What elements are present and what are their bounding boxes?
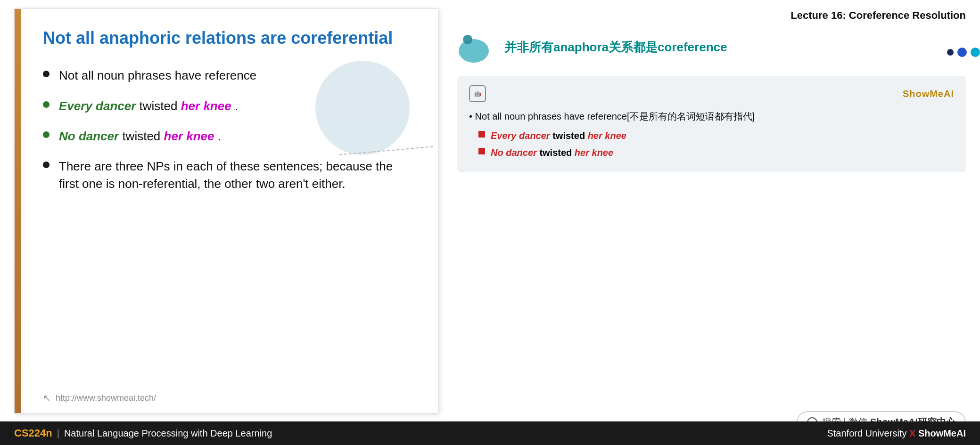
twisted-text-1: twisted bbox=[140, 99, 181, 113]
chinese-title-text: 并非所有anaphora关系都是coreference bbox=[504, 40, 727, 56]
bullet-dot-green-2 bbox=[43, 131, 49, 138]
circle-decoration bbox=[315, 61, 410, 155]
showmeai-brand: ShowMeAI bbox=[903, 89, 954, 99]
list-item: No dancer twisted her knee bbox=[478, 146, 954, 159]
card-sub-text-2: No dancer twisted her knee bbox=[491, 146, 613, 159]
card-bullet-1: • Not all noun phrases have reference[不是… bbox=[469, 109, 954, 123]
showmeai-bottom: ShowMeAI bbox=[918, 428, 966, 438]
slide-left-bar bbox=[15, 9, 21, 413]
red-square-1 bbox=[478, 131, 485, 138]
dot-blue bbox=[957, 48, 967, 57]
x-mark: X bbox=[909, 428, 918, 438]
slide-panel: Not all anaphoric relations are corefere… bbox=[14, 8, 438, 413]
chinese-title-area: 并非所有anaphora关系都是coreference bbox=[457, 31, 966, 64]
bullet-dot-4 bbox=[43, 162, 49, 168]
main-content: Not all anaphoric relations are corefere… bbox=[0, 0, 980, 421]
ai-icon: 🤖 bbox=[469, 85, 486, 102]
bullet-dot bbox=[43, 71, 49, 77]
bottom-left: CS224n | Natural Language Processing wit… bbox=[14, 427, 272, 439]
twisted-card-2: twisted bbox=[539, 147, 574, 158]
dots-area bbox=[947, 48, 980, 57]
lecture-header: Lecture 16: Coreference Resolution bbox=[457, 9, 966, 22]
her-knee-text-1: her knee bbox=[181, 99, 231, 113]
ai-icon-label: 🤖 bbox=[474, 90, 481, 97]
list-item: There are three NPs in each of these sen… bbox=[43, 158, 414, 192]
list-item: Every dancer twisted her knee bbox=[478, 129, 954, 142]
her-knee-text-2: her knee bbox=[164, 129, 214, 143]
cursor-icon: ↖ bbox=[43, 392, 51, 404]
bullet-text-1: Not all noun phrases have reference bbox=[59, 67, 256, 84]
dot-dark bbox=[947, 49, 954, 56]
bottom-right: Stanford University X ShowMeAI bbox=[827, 428, 966, 439]
red-square-2 bbox=[478, 148, 485, 154]
her-knee-card-2: her knee bbox=[575, 147, 613, 158]
no-dancer-text: No dancer bbox=[59, 129, 119, 143]
footer-url[interactable]: http://www.showmeai.tech/ bbox=[56, 393, 156, 403]
slide-content: Not all anaphoric relations are corefere… bbox=[15, 9, 438, 385]
showmeai-card: 🤖 ShowMeAI • Not all noun phrases have r… bbox=[457, 76, 966, 172]
bullet-text-3: No dancer twisted her knee . bbox=[59, 128, 221, 145]
dot-teal bbox=[971, 48, 980, 57]
slide-footer: ↖ http://www.showmeai.tech/ bbox=[15, 385, 438, 413]
bullet-text-4: There are three NPs in each of these sen… bbox=[59, 158, 414, 192]
svg-point-0 bbox=[459, 39, 489, 63]
her-knee-card-1: her knee bbox=[588, 130, 626, 141]
course-name: Natural Language Processing with Deep Le… bbox=[64, 428, 272, 439]
course-code: CS224n bbox=[14, 427, 52, 439]
stanford-text: Stanford University bbox=[827, 428, 906, 438]
period-2: . bbox=[218, 129, 221, 143]
no-dancer-card: No dancer bbox=[491, 147, 537, 158]
teal-shape-icon bbox=[457, 31, 495, 64]
every-dancer-text: Every dancer bbox=[59, 99, 136, 113]
svg-point-1 bbox=[463, 35, 472, 44]
card-sub-text-1: Every dancer twisted her knee bbox=[491, 129, 626, 142]
every-dancer-card: Every dancer bbox=[491, 130, 550, 141]
period-1: . bbox=[235, 99, 238, 113]
card-header: 🤖 ShowMeAI bbox=[469, 85, 954, 102]
bottom-bar: CS224n | Natural Language Processing wit… bbox=[0, 421, 980, 445]
title-wrapper: 并非所有anaphora关系都是coreference bbox=[504, 40, 923, 56]
bullet-dot-green bbox=[43, 101, 49, 108]
card-bullet-text: Not all noun phrases have reference[不是所有… bbox=[475, 111, 755, 121]
slide-title: Not all anaphoric relations are corefere… bbox=[43, 28, 414, 48]
twisted-text-2: twisted bbox=[122, 129, 164, 143]
bullet-marker: • bbox=[469, 111, 475, 121]
divider: | bbox=[57, 428, 59, 439]
right-panel: Lecture 16: Coreference Resolution 并非所有a… bbox=[438, 0, 980, 421]
twisted-card-1: twisted bbox=[552, 130, 587, 141]
card-sub-bullets: Every dancer twisted her knee No dancer … bbox=[469, 129, 954, 159]
bullet-text-2: Every dancer twisted her knee . bbox=[59, 97, 238, 114]
